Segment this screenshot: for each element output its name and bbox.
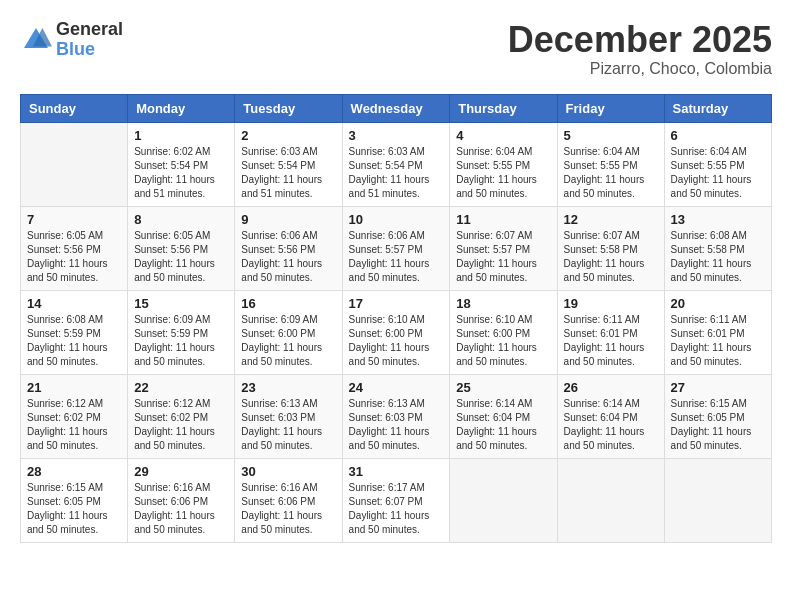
- day-info: Sunrise: 6:06 AMSunset: 5:56 PMDaylight:…: [241, 229, 335, 285]
- day-info: Sunrise: 6:03 AMSunset: 5:54 PMDaylight:…: [241, 145, 335, 201]
- day-number: 5: [564, 128, 658, 143]
- day-number: 17: [349, 296, 444, 311]
- day-info: Sunrise: 6:11 AMSunset: 6:01 PMDaylight:…: [564, 313, 658, 369]
- day-info: Sunrise: 6:07 AMSunset: 5:57 PMDaylight:…: [456, 229, 550, 285]
- month-title: December 2025: [508, 20, 772, 60]
- day-number: 16: [241, 296, 335, 311]
- day-number: 18: [456, 296, 550, 311]
- calendar-header-wednesday: Wednesday: [342, 94, 450, 122]
- day-info: Sunrise: 6:14 AMSunset: 6:04 PMDaylight:…: [456, 397, 550, 453]
- calendar-cell: 3 Sunrise: 6:03 AMSunset: 5:54 PMDayligh…: [342, 122, 450, 206]
- calendar-cell: 25 Sunrise: 6:14 AMSunset: 6:04 PMDaylig…: [450, 374, 557, 458]
- calendar-header-friday: Friday: [557, 94, 664, 122]
- day-number: 19: [564, 296, 658, 311]
- calendar-cell: 28 Sunrise: 6:15 AMSunset: 6:05 PMDaylig…: [21, 458, 128, 542]
- logo-blue: Blue: [56, 40, 123, 60]
- calendar-cell: 12 Sunrise: 6:07 AMSunset: 5:58 PMDaylig…: [557, 206, 664, 290]
- day-info: Sunrise: 6:10 AMSunset: 6:00 PMDaylight:…: [349, 313, 444, 369]
- calendar-cell: 31 Sunrise: 6:17 AMSunset: 6:07 PMDaylig…: [342, 458, 450, 542]
- calendar-cell: 27 Sunrise: 6:15 AMSunset: 6:05 PMDaylig…: [664, 374, 771, 458]
- day-info: Sunrise: 6:10 AMSunset: 6:00 PMDaylight:…: [456, 313, 550, 369]
- day-info: Sunrise: 6:17 AMSunset: 6:07 PMDaylight:…: [349, 481, 444, 537]
- day-number: 8: [134, 212, 228, 227]
- day-info: Sunrise: 6:02 AMSunset: 5:54 PMDaylight:…: [134, 145, 228, 201]
- day-info: Sunrise: 6:05 AMSunset: 5:56 PMDaylight:…: [134, 229, 228, 285]
- calendar-week-4: 21 Sunrise: 6:12 AMSunset: 6:02 PMDaylig…: [21, 374, 772, 458]
- calendar-cell: 6 Sunrise: 6:04 AMSunset: 5:55 PMDayligh…: [664, 122, 771, 206]
- logo-icon: [20, 24, 52, 56]
- calendar-cell: 22 Sunrise: 6:12 AMSunset: 6:02 PMDaylig…: [128, 374, 235, 458]
- calendar-cell: 10 Sunrise: 6:06 AMSunset: 5:57 PMDaylig…: [342, 206, 450, 290]
- day-number: 10: [349, 212, 444, 227]
- calendar-cell: 30 Sunrise: 6:16 AMSunset: 6:06 PMDaylig…: [235, 458, 342, 542]
- calendar-cell: 24 Sunrise: 6:13 AMSunset: 6:03 PMDaylig…: [342, 374, 450, 458]
- day-number: 9: [241, 212, 335, 227]
- day-number: 15: [134, 296, 228, 311]
- calendar-header-monday: Monday: [128, 94, 235, 122]
- calendar-cell: 18 Sunrise: 6:10 AMSunset: 6:00 PMDaylig…: [450, 290, 557, 374]
- day-info: Sunrise: 6:12 AMSunset: 6:02 PMDaylight:…: [27, 397, 121, 453]
- location: Pizarro, Choco, Colombia: [508, 60, 772, 78]
- day-number: 7: [27, 212, 121, 227]
- day-number: 23: [241, 380, 335, 395]
- calendar-cell: 13 Sunrise: 6:08 AMSunset: 5:58 PMDaylig…: [664, 206, 771, 290]
- day-number: 30: [241, 464, 335, 479]
- day-info: Sunrise: 6:09 AMSunset: 5:59 PMDaylight:…: [134, 313, 228, 369]
- day-number: 13: [671, 212, 765, 227]
- calendar-cell: 7 Sunrise: 6:05 AMSunset: 5:56 PMDayligh…: [21, 206, 128, 290]
- day-info: Sunrise: 6:16 AMSunset: 6:06 PMDaylight:…: [134, 481, 228, 537]
- day-number: 12: [564, 212, 658, 227]
- day-number: 25: [456, 380, 550, 395]
- day-info: Sunrise: 6:08 AMSunset: 5:58 PMDaylight:…: [671, 229, 765, 285]
- day-number: 4: [456, 128, 550, 143]
- calendar-cell: 9 Sunrise: 6:06 AMSunset: 5:56 PMDayligh…: [235, 206, 342, 290]
- day-info: Sunrise: 6:15 AMSunset: 6:05 PMDaylight:…: [671, 397, 765, 453]
- day-info: Sunrise: 6:04 AMSunset: 5:55 PMDaylight:…: [564, 145, 658, 201]
- calendar-week-2: 7 Sunrise: 6:05 AMSunset: 5:56 PMDayligh…: [21, 206, 772, 290]
- logo: General Blue: [20, 20, 123, 60]
- day-info: Sunrise: 6:16 AMSunset: 6:06 PMDaylight:…: [241, 481, 335, 537]
- day-info: Sunrise: 6:05 AMSunset: 5:56 PMDaylight:…: [27, 229, 121, 285]
- day-info: Sunrise: 6:12 AMSunset: 6:02 PMDaylight:…: [134, 397, 228, 453]
- calendar-week-1: 1 Sunrise: 6:02 AMSunset: 5:54 PMDayligh…: [21, 122, 772, 206]
- calendar-cell: 14 Sunrise: 6:08 AMSunset: 5:59 PMDaylig…: [21, 290, 128, 374]
- day-number: 6: [671, 128, 765, 143]
- day-info: Sunrise: 6:06 AMSunset: 5:57 PMDaylight:…: [349, 229, 444, 285]
- page-header: General Blue December 2025 Pizarro, Choc…: [20, 20, 772, 78]
- day-number: 24: [349, 380, 444, 395]
- day-number: 3: [349, 128, 444, 143]
- day-number: 2: [241, 128, 335, 143]
- day-number: 20: [671, 296, 765, 311]
- day-info: Sunrise: 6:15 AMSunset: 6:05 PMDaylight:…: [27, 481, 121, 537]
- day-number: 26: [564, 380, 658, 395]
- day-info: Sunrise: 6:14 AMSunset: 6:04 PMDaylight:…: [564, 397, 658, 453]
- calendar-cell: 11 Sunrise: 6:07 AMSunset: 5:57 PMDaylig…: [450, 206, 557, 290]
- calendar-cell: 19 Sunrise: 6:11 AMSunset: 6:01 PMDaylig…: [557, 290, 664, 374]
- day-number: 22: [134, 380, 228, 395]
- calendar-cell: 26 Sunrise: 6:14 AMSunset: 6:04 PMDaylig…: [557, 374, 664, 458]
- calendar-header-tuesday: Tuesday: [235, 94, 342, 122]
- calendar-cell: 16 Sunrise: 6:09 AMSunset: 6:00 PMDaylig…: [235, 290, 342, 374]
- calendar-cell: [664, 458, 771, 542]
- day-info: Sunrise: 6:07 AMSunset: 5:58 PMDaylight:…: [564, 229, 658, 285]
- day-info: Sunrise: 6:08 AMSunset: 5:59 PMDaylight:…: [27, 313, 121, 369]
- calendar-header-saturday: Saturday: [664, 94, 771, 122]
- day-number: 14: [27, 296, 121, 311]
- logo-general: General: [56, 20, 123, 40]
- calendar-week-3: 14 Sunrise: 6:08 AMSunset: 5:59 PMDaylig…: [21, 290, 772, 374]
- day-number: 28: [27, 464, 121, 479]
- calendar-cell: 21 Sunrise: 6:12 AMSunset: 6:02 PMDaylig…: [21, 374, 128, 458]
- day-info: Sunrise: 6:13 AMSunset: 6:03 PMDaylight:…: [241, 397, 335, 453]
- day-number: 29: [134, 464, 228, 479]
- calendar-cell: 29 Sunrise: 6:16 AMSunset: 6:06 PMDaylig…: [128, 458, 235, 542]
- day-number: 11: [456, 212, 550, 227]
- calendar-cell: 2 Sunrise: 6:03 AMSunset: 5:54 PMDayligh…: [235, 122, 342, 206]
- calendar-cell: [450, 458, 557, 542]
- calendar-week-5: 28 Sunrise: 6:15 AMSunset: 6:05 PMDaylig…: [21, 458, 772, 542]
- calendar-header-thursday: Thursday: [450, 94, 557, 122]
- calendar-cell: 17 Sunrise: 6:10 AMSunset: 6:00 PMDaylig…: [342, 290, 450, 374]
- calendar-cell: 23 Sunrise: 6:13 AMSunset: 6:03 PMDaylig…: [235, 374, 342, 458]
- calendar-header-sunday: Sunday: [21, 94, 128, 122]
- calendar-cell: 4 Sunrise: 6:04 AMSunset: 5:55 PMDayligh…: [450, 122, 557, 206]
- day-info: Sunrise: 6:03 AMSunset: 5:54 PMDaylight:…: [349, 145, 444, 201]
